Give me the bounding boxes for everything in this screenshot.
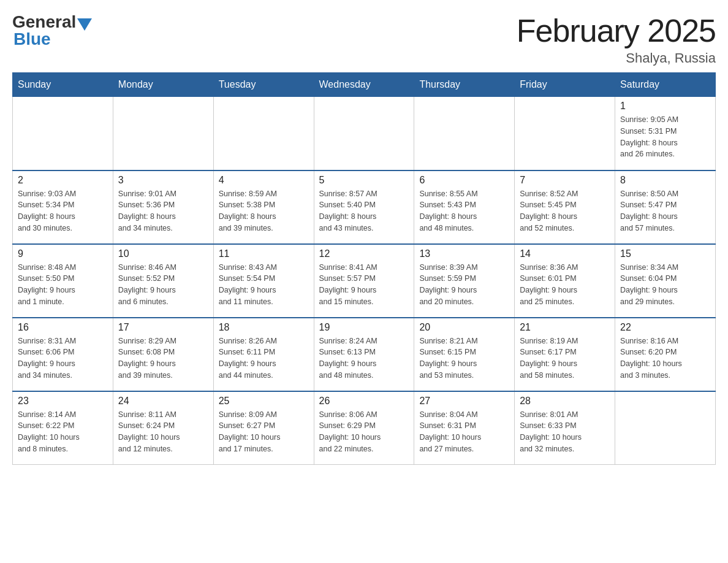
calendar-day-cell: 6Sunrise: 8:55 AM Sunset: 5:43 PM Daylig… <box>414 170 515 244</box>
day-number: 14 <box>520 248 610 259</box>
day-number: 9 <box>18 248 108 259</box>
day-info: Sunrise: 8:41 AM Sunset: 5:57 PM Dayligh… <box>319 262 409 308</box>
calendar-day-cell <box>615 391 716 465</box>
calendar-day-cell: 14Sunrise: 8:36 AM Sunset: 6:01 PM Dayli… <box>515 244 615 318</box>
day-info: Sunrise: 8:14 AM Sunset: 6:22 PM Dayligh… <box>18 409 108 455</box>
day-info: Sunrise: 8:43 AM Sunset: 5:54 PM Dayligh… <box>219 262 309 308</box>
day-info: Sunrise: 8:29 AM Sunset: 6:08 PM Dayligh… <box>118 335 208 381</box>
calendar-day-cell: 3Sunrise: 9:01 AM Sunset: 5:36 PM Daylig… <box>113 170 213 244</box>
calendar-day-cell: 21Sunrise: 8:19 AM Sunset: 6:17 PM Dayli… <box>515 318 615 391</box>
day-info: Sunrise: 9:05 AM Sunset: 5:31 PM Dayligh… <box>620 114 710 160</box>
day-number: 21 <box>520 322 610 333</box>
day-info: Sunrise: 8:01 AM Sunset: 6:33 PM Dayligh… <box>520 409 610 455</box>
day-info: Sunrise: 9:01 AM Sunset: 5:36 PM Dayligh… <box>118 188 208 234</box>
calendar-day-cell: 25Sunrise: 8:09 AM Sunset: 6:27 PM Dayli… <box>213 391 314 465</box>
day-number: 11 <box>219 248 309 259</box>
day-of-week-header: Thursday <box>414 73 515 97</box>
day-of-week-header: Friday <box>515 73 615 97</box>
day-number: 15 <box>620 248 710 259</box>
day-info: Sunrise: 8:55 AM Sunset: 5:43 PM Dayligh… <box>419 188 509 234</box>
day-number: 10 <box>118 248 208 259</box>
day-of-week-header: Saturday <box>615 73 716 97</box>
calendar-day-cell: 19Sunrise: 8:24 AM Sunset: 6:13 PM Dayli… <box>314 318 414 391</box>
calendar-header-row: SundayMondayTuesdayWednesdayThursdayFrid… <box>13 73 716 97</box>
calendar-day-cell: 2Sunrise: 9:03 AM Sunset: 5:34 PM Daylig… <box>13 170 113 244</box>
day-number: 5 <box>319 175 409 186</box>
day-info: Sunrise: 8:21 AM Sunset: 6:15 PM Dayligh… <box>419 335 509 381</box>
logo-blue-text: Blue <box>13 29 51 48</box>
calendar-day-cell: 24Sunrise: 8:11 AM Sunset: 6:24 PM Dayli… <box>113 391 213 465</box>
day-info: Sunrise: 8:16 AM Sunset: 6:20 PM Dayligh… <box>620 335 710 381</box>
day-info: Sunrise: 8:48 AM Sunset: 5:50 PM Dayligh… <box>18 262 108 308</box>
calendar-week-row: 9Sunrise: 8:48 AM Sunset: 5:50 PM Daylig… <box>13 244 716 318</box>
day-info: Sunrise: 8:26 AM Sunset: 6:11 PM Dayligh… <box>219 335 309 381</box>
title-section: February 2025 Shalya, Russia <box>517 12 716 66</box>
day-number: 18 <box>219 322 309 333</box>
calendar-day-cell: 10Sunrise: 8:46 AM Sunset: 5:52 PM Dayli… <box>113 244 213 318</box>
calendar-day-cell: 5Sunrise: 8:57 AM Sunset: 5:40 PM Daylig… <box>314 170 414 244</box>
day-info: Sunrise: 8:04 AM Sunset: 6:31 PM Dayligh… <box>419 409 509 455</box>
day-info: Sunrise: 8:36 AM Sunset: 6:01 PM Dayligh… <box>520 262 610 308</box>
calendar-day-cell <box>314 97 414 170</box>
calendar-week-row: 16Sunrise: 8:31 AM Sunset: 6:06 PM Dayli… <box>13 318 716 391</box>
day-number: 1 <box>620 101 710 112</box>
day-info: Sunrise: 8:34 AM Sunset: 6:04 PM Dayligh… <box>620 262 710 308</box>
day-info: Sunrise: 8:24 AM Sunset: 6:13 PM Dayligh… <box>319 335 409 381</box>
calendar-day-cell: 12Sunrise: 8:41 AM Sunset: 5:57 PM Dayli… <box>314 244 414 318</box>
day-number: 16 <box>18 322 108 333</box>
calendar-day-cell <box>515 97 615 170</box>
day-number: 20 <box>419 322 509 333</box>
day-number: 22 <box>620 322 710 333</box>
calendar-day-cell: 26Sunrise: 8:06 AM Sunset: 6:29 PM Dayli… <box>314 391 414 465</box>
day-of-week-header: Wednesday <box>314 73 414 97</box>
calendar-day-cell: 8Sunrise: 8:50 AM Sunset: 5:47 PM Daylig… <box>615 170 716 244</box>
day-number: 12 <box>319 248 409 259</box>
calendar-week-row: 1Sunrise: 9:05 AM Sunset: 5:31 PM Daylig… <box>13 97 716 170</box>
calendar-day-cell: 15Sunrise: 8:34 AM Sunset: 6:04 PM Dayli… <box>615 244 716 318</box>
calendar-day-cell <box>113 97 213 170</box>
calendar-day-cell: 17Sunrise: 8:29 AM Sunset: 6:08 PM Dayli… <box>113 318 213 391</box>
calendar-subtitle: Shalya, Russia <box>517 50 716 66</box>
calendar-day-cell: 1Sunrise: 9:05 AM Sunset: 5:31 PM Daylig… <box>615 97 716 170</box>
day-of-week-header: Monday <box>113 73 213 97</box>
day-info: Sunrise: 8:39 AM Sunset: 5:59 PM Dayligh… <box>419 262 509 308</box>
day-number: 6 <box>419 175 509 186</box>
calendar-day-cell <box>213 97 314 170</box>
day-number: 23 <box>18 396 108 407</box>
calendar-day-cell: 13Sunrise: 8:39 AM Sunset: 5:59 PM Dayli… <box>414 244 515 318</box>
calendar-week-row: 23Sunrise: 8:14 AM Sunset: 6:22 PM Dayli… <box>13 391 716 465</box>
day-info: Sunrise: 8:50 AM Sunset: 5:47 PM Dayligh… <box>620 188 710 234</box>
logo-triangle-icon <box>77 18 92 31</box>
calendar-day-cell: 23Sunrise: 8:14 AM Sunset: 6:22 PM Dayli… <box>13 391 113 465</box>
page-header: General Blue February 2025 Shalya, Russi… <box>12 12 716 66</box>
calendar-table: SundayMondayTuesdayWednesdayThursdayFrid… <box>12 72 716 465</box>
day-number: 28 <box>520 396 610 407</box>
calendar-day-cell: 28Sunrise: 8:01 AM Sunset: 6:33 PM Dayli… <box>515 391 615 465</box>
calendar-day-cell: 16Sunrise: 8:31 AM Sunset: 6:06 PM Dayli… <box>13 318 113 391</box>
day-info: Sunrise: 8:11 AM Sunset: 6:24 PM Dayligh… <box>118 409 208 455</box>
logo: General Blue <box>12 12 93 49</box>
calendar-day-cell <box>13 97 113 170</box>
calendar-day-cell: 9Sunrise: 8:48 AM Sunset: 5:50 PM Daylig… <box>13 244 113 318</box>
day-number: 24 <box>118 396 208 407</box>
calendar-title: February 2025 <box>517 12 716 49</box>
calendar-day-cell: 27Sunrise: 8:04 AM Sunset: 6:31 PM Dayli… <box>414 391 515 465</box>
day-info: Sunrise: 9:03 AM Sunset: 5:34 PM Dayligh… <box>18 188 108 234</box>
calendar-day-cell: 7Sunrise: 8:52 AM Sunset: 5:45 PM Daylig… <box>515 170 615 244</box>
day-number: 19 <box>319 322 409 333</box>
calendar-week-row: 2Sunrise: 9:03 AM Sunset: 5:34 PM Daylig… <box>13 170 716 244</box>
day-number: 13 <box>419 248 509 259</box>
day-number: 8 <box>620 175 710 186</box>
day-info: Sunrise: 8:31 AM Sunset: 6:06 PM Dayligh… <box>18 335 108 381</box>
day-of-week-header: Sunday <box>13 73 113 97</box>
calendar-day-cell: 20Sunrise: 8:21 AM Sunset: 6:15 PM Dayli… <box>414 318 515 391</box>
day-info: Sunrise: 8:52 AM Sunset: 5:45 PM Dayligh… <box>520 188 610 234</box>
day-info: Sunrise: 8:57 AM Sunset: 5:40 PM Dayligh… <box>319 188 409 234</box>
calendar-day-cell: 4Sunrise: 8:59 AM Sunset: 5:38 PM Daylig… <box>213 170 314 244</box>
day-of-week-header: Tuesday <box>213 73 314 97</box>
calendar-day-cell <box>414 97 515 170</box>
day-number: 26 <box>319 396 409 407</box>
calendar-day-cell: 22Sunrise: 8:16 AM Sunset: 6:20 PM Dayli… <box>615 318 716 391</box>
day-number: 25 <box>219 396 309 407</box>
day-number: 3 <box>118 175 208 186</box>
